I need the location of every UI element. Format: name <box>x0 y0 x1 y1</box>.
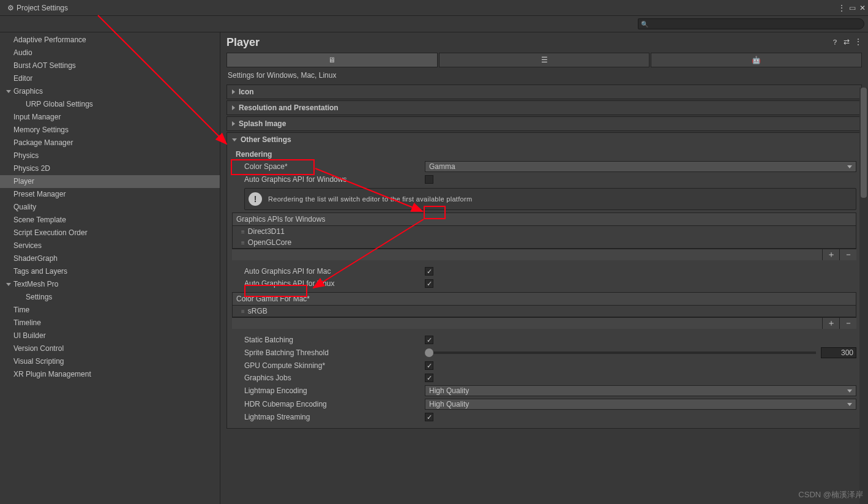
kebab-icon[interactable]: ⋮ <box>838 4 845 12</box>
section-splash[interactable]: Splash Image <box>226 116 862 131</box>
sidebar-item-tags-and-layers[interactable]: Tags and Layers <box>0 265 220 278</box>
sidebar-item-preset-manager[interactable]: Preset Manager <box>0 188 220 201</box>
sidebar-item-label: Settings <box>26 293 52 301</box>
sidebar-item-shadergraph[interactable]: ShaderGraph <box>0 252 220 265</box>
window-tab[interactable]: ⚙ Project Settings <box>2 1 73 15</box>
list-item[interactable]: ≡sRGB <box>233 306 856 317</box>
sidebar-item-label: Package Manager <box>13 138 73 147</box>
sprite-threshold-label: Sprite Batching Threshold <box>244 348 425 357</box>
graphics-jobs-checkbox[interactable] <box>425 374 433 382</box>
tab-standalone[interactable]: 🖥 <box>226 53 438 67</box>
lightmap-encoding-dropdown[interactable]: High Quality <box>425 385 856 396</box>
scrollbar[interactable] <box>859 88 868 504</box>
scrollbar-thumb[interactable] <box>861 88 867 198</box>
sidebar-item-timeline[interactable]: Timeline <box>0 317 220 329</box>
chevron-right-icon <box>232 89 235 94</box>
close-icon[interactable]: ✕ <box>859 4 866 12</box>
sidebar-item-label: Editor <box>13 74 32 83</box>
drag-handle-icon[interactable]: ≡ <box>241 308 244 315</box>
tab-server[interactable]: ☰ <box>439 53 650 67</box>
auto-api-mac-checkbox[interactable] <box>425 267 433 276</box>
graphics-api-list: Graphics APIs for Windows ≡Direct3D11≡Op… <box>232 213 856 249</box>
sidebar-item-label: Quality <box>13 203 36 211</box>
auto-api-linux-checkbox[interactable] <box>425 279 433 288</box>
rendering-heading: Rendering <box>232 148 856 160</box>
api-name: OpenGLCore <box>248 238 291 247</box>
remove-api-button[interactable]: － <box>839 249 856 260</box>
sidebar-item-label: Scene Template <box>13 216 66 224</box>
hdr-cubemap-dropdown[interactable]: High Quality <box>425 399 856 410</box>
sidebar-item-urp-global-settings[interactable]: URP Global Settings <box>0 98 220 111</box>
sidebar-item-package-manager[interactable]: Package Manager <box>0 137 220 149</box>
lightmap-encoding-label: Lightmap Encoding <box>244 386 425 395</box>
sidebar-item-script-execution-order[interactable]: Script Execution Order <box>0 227 220 239</box>
add-gamut-button[interactable]: ＋ <box>822 318 839 329</box>
sidebar-item-adaptive-performance[interactable]: Adaptive Performance <box>0 34 220 47</box>
help-icon[interactable]: ？ <box>831 37 839 48</box>
sidebar-item-label: Physics <box>13 151 39 160</box>
sidebar-item-xr-plugin-management[interactable]: XR Plugin Management <box>0 368 220 381</box>
static-batching-checkbox[interactable] <box>425 336 433 344</box>
list-item[interactable]: ≡Direct3D11 <box>233 226 856 237</box>
auto-api-windows-checkbox[interactable] <box>425 175 433 184</box>
search-input[interactable]: 🔍 <box>638 18 864 29</box>
slider-thumb[interactable] <box>425 348 433 357</box>
section-other-header[interactable]: Other Settings <box>227 133 861 146</box>
sidebar-item-physics[interactable]: Physics <box>0 149 220 162</box>
content-panel: Player ？ ⇄ ⋮ 🖥 ☰ 🤖 Settings for Windows,… <box>220 32 868 504</box>
sidebar-item-audio[interactable]: Audio <box>0 47 220 59</box>
sidebar-item-visual-scripting[interactable]: Visual Scripting <box>0 355 220 368</box>
monitor-icon: 🖥 <box>328 56 335 64</box>
sidebar-item-input-manager[interactable]: Input Manager <box>0 111 220 124</box>
chevron-right-icon <box>232 105 235 110</box>
reorder-info: ! Reordering the list will switch editor… <box>244 188 856 210</box>
static-batching-label: Static Batching <box>244 336 425 344</box>
sidebar-item-editor[interactable]: Editor <box>0 72 220 85</box>
section-other: Other Settings Rendering Color Space* Ga… <box>226 132 862 429</box>
sidebar-item-version-control[interactable]: Version Control <box>0 342 220 355</box>
drag-handle-icon[interactable]: ≡ <box>241 239 244 246</box>
chevron-right-icon <box>232 121 235 126</box>
sidebar-item-time[interactable]: Time <box>0 304 220 317</box>
sidebar-item-physics-2d[interactable]: Physics 2D <box>0 162 220 175</box>
sidebar-item-label: Burst AOT Settings <box>13 61 76 70</box>
sidebar-item-graphics[interactable]: Graphics <box>0 85 220 98</box>
sidebar-item-burst-aot-settings[interactable]: Burst AOT Settings <box>0 59 220 72</box>
sidebar-item-label: Graphics <box>13 87 43 96</box>
search-icon: 🔍 <box>641 21 648 28</box>
chevron-down-icon <box>6 283 11 286</box>
platform-tabs: 🖥 ☰ 🤖 <box>226 53 862 67</box>
lightmap-streaming-checkbox[interactable] <box>425 413 433 421</box>
sidebar-item-ui-builder[interactable]: UI Builder <box>0 329 220 342</box>
sidebar-item-label: Audio <box>13 48 32 57</box>
menu-icon[interactable]: ⋮ <box>855 37 862 48</box>
sidebar-item-services[interactable]: Services <box>0 239 220 252</box>
sidebar-item-label: Physics 2D <box>13 164 50 173</box>
tab-android[interactable]: 🤖 <box>651 53 862 67</box>
maximize-icon[interactable]: ▭ <box>849 4 856 12</box>
color-gamut-list: Color Gamut For Mac* ≡sRGB <box>232 292 856 317</box>
sidebar-item-memory-settings[interactable]: Memory Settings <box>0 124 220 137</box>
sidebar-item-settings[interactable]: Settings <box>0 291 220 304</box>
platform-subtitle: Settings for Windows, Mac, Linux <box>220 67 868 83</box>
sidebar-item-textmesh-pro[interactable]: TextMesh Pro <box>0 278 220 291</box>
sidebar-item-scene-template[interactable]: Scene Template <box>0 214 220 227</box>
sidebar-item-quality[interactable]: Quality <box>0 201 220 214</box>
sidebar-item-label: Input Manager <box>13 113 61 121</box>
list-item[interactable]: ≡OpenGLCore <box>233 237 856 248</box>
sidebar-item-player[interactable]: Player <box>0 175 220 188</box>
chevron-down-icon <box>232 138 237 141</box>
color-space-dropdown[interactable]: Gamma <box>425 161 856 172</box>
preset-icon[interactable]: ⇄ <box>844 37 850 48</box>
section-icon[interactable]: Icon <box>226 85 862 99</box>
sidebar-item-label: Visual Scripting <box>13 357 64 366</box>
sprite-threshold-value[interactable]: 300 <box>821 347 856 358</box>
sidebar-item-label: Player <box>13 177 34 186</box>
add-api-button[interactable]: ＋ <box>822 249 839 260</box>
remove-gamut-button[interactable]: － <box>839 318 856 329</box>
section-resolution[interactable]: Resolution and Presentation <box>226 100 862 115</box>
drag-handle-icon[interactable]: ≡ <box>241 228 244 235</box>
sprite-threshold-slider[interactable] <box>425 352 816 354</box>
gpu-skinning-checkbox[interactable] <box>425 361 433 370</box>
sidebar-item-label: Preset Manager <box>13 190 65 198</box>
